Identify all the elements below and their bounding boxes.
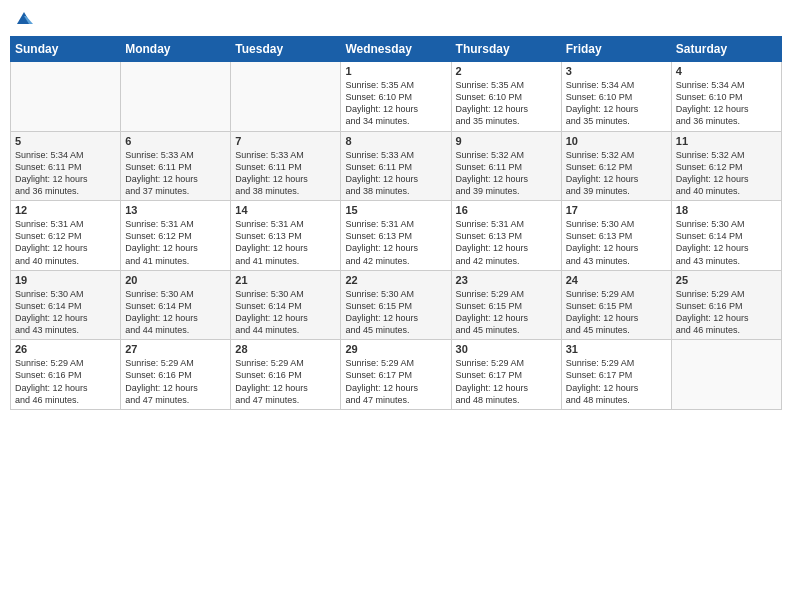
day-number: 17 (566, 204, 667, 216)
day-number: 31 (566, 343, 667, 355)
column-header-sunday: Sunday (11, 37, 121, 62)
calendar-header-row: SundayMondayTuesdayWednesdayThursdayFrid… (11, 37, 782, 62)
day-info: Sunrise: 5:30 AMSunset: 6:15 PMDaylight:… (345, 288, 446, 337)
calendar-cell: 25Sunrise: 5:29 AMSunset: 6:16 PMDayligh… (671, 270, 781, 340)
day-info: Sunrise: 5:33 AMSunset: 6:11 PMDaylight:… (235, 149, 336, 198)
day-info: Sunrise: 5:29 AMSunset: 6:17 PMDaylight:… (456, 357, 557, 406)
calendar-cell: 2Sunrise: 5:35 AMSunset: 6:10 PMDaylight… (451, 62, 561, 132)
day-number: 16 (456, 204, 557, 216)
day-number: 2 (456, 65, 557, 77)
day-info: Sunrise: 5:29 AMSunset: 6:16 PMDaylight:… (125, 357, 226, 406)
day-number: 19 (15, 274, 116, 286)
day-number: 27 (125, 343, 226, 355)
calendar-cell: 24Sunrise: 5:29 AMSunset: 6:15 PMDayligh… (561, 270, 671, 340)
calendar-cell: 7Sunrise: 5:33 AMSunset: 6:11 PMDaylight… (231, 131, 341, 201)
day-info: Sunrise: 5:35 AMSunset: 6:10 PMDaylight:… (345, 79, 446, 128)
column-header-monday: Monday (121, 37, 231, 62)
day-number: 24 (566, 274, 667, 286)
calendar-cell: 1Sunrise: 5:35 AMSunset: 6:10 PMDaylight… (341, 62, 451, 132)
day-info: Sunrise: 5:32 AMSunset: 6:12 PMDaylight:… (676, 149, 777, 198)
calendar-cell (11, 62, 121, 132)
day-info: Sunrise: 5:30 AMSunset: 6:14 PMDaylight:… (125, 288, 226, 337)
day-number: 8 (345, 135, 446, 147)
day-number: 29 (345, 343, 446, 355)
calendar-cell: 18Sunrise: 5:30 AMSunset: 6:14 PMDayligh… (671, 201, 781, 271)
day-number: 11 (676, 135, 777, 147)
day-number: 3 (566, 65, 667, 77)
day-info: Sunrise: 5:29 AMSunset: 6:15 PMDaylight:… (456, 288, 557, 337)
calendar-cell: 23Sunrise: 5:29 AMSunset: 6:15 PMDayligh… (451, 270, 561, 340)
day-info: Sunrise: 5:31 AMSunset: 6:13 PMDaylight:… (345, 218, 446, 267)
calendar-table: SundayMondayTuesdayWednesdayThursdayFrid… (10, 36, 782, 410)
calendar-cell: 31Sunrise: 5:29 AMSunset: 6:17 PMDayligh… (561, 340, 671, 410)
day-info: Sunrise: 5:35 AMSunset: 6:10 PMDaylight:… (456, 79, 557, 128)
calendar-cell: 29Sunrise: 5:29 AMSunset: 6:17 PMDayligh… (341, 340, 451, 410)
calendar-cell: 13Sunrise: 5:31 AMSunset: 6:12 PMDayligh… (121, 201, 231, 271)
day-info: Sunrise: 5:30 AMSunset: 6:14 PMDaylight:… (235, 288, 336, 337)
day-info: Sunrise: 5:30 AMSunset: 6:13 PMDaylight:… (566, 218, 667, 267)
day-info: Sunrise: 5:29 AMSunset: 6:15 PMDaylight:… (566, 288, 667, 337)
column-header-saturday: Saturday (671, 37, 781, 62)
day-info: Sunrise: 5:33 AMSunset: 6:11 PMDaylight:… (125, 149, 226, 198)
logo (14, 10, 33, 28)
logo-icon (15, 10, 33, 28)
calendar-cell: 28Sunrise: 5:29 AMSunset: 6:16 PMDayligh… (231, 340, 341, 410)
calendar-cell: 26Sunrise: 5:29 AMSunset: 6:16 PMDayligh… (11, 340, 121, 410)
calendar-body: 1Sunrise: 5:35 AMSunset: 6:10 PMDaylight… (11, 62, 782, 410)
calendar-cell: 12Sunrise: 5:31 AMSunset: 6:12 PMDayligh… (11, 201, 121, 271)
day-info: Sunrise: 5:29 AMSunset: 6:16 PMDaylight:… (15, 357, 116, 406)
day-info: Sunrise: 5:29 AMSunset: 6:16 PMDaylight:… (676, 288, 777, 337)
calendar-week-5: 26Sunrise: 5:29 AMSunset: 6:16 PMDayligh… (11, 340, 782, 410)
day-info: Sunrise: 5:31 AMSunset: 6:13 PMDaylight:… (456, 218, 557, 267)
calendar-cell: 19Sunrise: 5:30 AMSunset: 6:14 PMDayligh… (11, 270, 121, 340)
day-number: 22 (345, 274, 446, 286)
day-info: Sunrise: 5:33 AMSunset: 6:11 PMDaylight:… (345, 149, 446, 198)
calendar-cell: 4Sunrise: 5:34 AMSunset: 6:10 PMDaylight… (671, 62, 781, 132)
calendar-cell: 21Sunrise: 5:30 AMSunset: 6:14 PMDayligh… (231, 270, 341, 340)
day-number: 9 (456, 135, 557, 147)
calendar-cell: 20Sunrise: 5:30 AMSunset: 6:14 PMDayligh… (121, 270, 231, 340)
day-number: 14 (235, 204, 336, 216)
day-number: 13 (125, 204, 226, 216)
calendar-cell: 16Sunrise: 5:31 AMSunset: 6:13 PMDayligh… (451, 201, 561, 271)
day-info: Sunrise: 5:31 AMSunset: 6:12 PMDaylight:… (125, 218, 226, 267)
calendar-cell: 10Sunrise: 5:32 AMSunset: 6:12 PMDayligh… (561, 131, 671, 201)
day-number: 21 (235, 274, 336, 286)
day-info: Sunrise: 5:30 AMSunset: 6:14 PMDaylight:… (15, 288, 116, 337)
day-number: 20 (125, 274, 226, 286)
day-number: 4 (676, 65, 777, 77)
calendar-cell: 30Sunrise: 5:29 AMSunset: 6:17 PMDayligh… (451, 340, 561, 410)
day-number: 23 (456, 274, 557, 286)
day-info: Sunrise: 5:29 AMSunset: 6:16 PMDaylight:… (235, 357, 336, 406)
day-info: Sunrise: 5:29 AMSunset: 6:17 PMDaylight:… (345, 357, 446, 406)
day-number: 15 (345, 204, 446, 216)
day-info: Sunrise: 5:32 AMSunset: 6:12 PMDaylight:… (566, 149, 667, 198)
day-info: Sunrise: 5:30 AMSunset: 6:14 PMDaylight:… (676, 218, 777, 267)
day-number: 10 (566, 135, 667, 147)
day-info: Sunrise: 5:29 AMSunset: 6:17 PMDaylight:… (566, 357, 667, 406)
calendar-week-2: 5Sunrise: 5:34 AMSunset: 6:11 PMDaylight… (11, 131, 782, 201)
day-info: Sunrise: 5:31 AMSunset: 6:12 PMDaylight:… (15, 218, 116, 267)
day-number: 30 (456, 343, 557, 355)
calendar-week-3: 12Sunrise: 5:31 AMSunset: 6:12 PMDayligh… (11, 201, 782, 271)
calendar-cell: 15Sunrise: 5:31 AMSunset: 6:13 PMDayligh… (341, 201, 451, 271)
day-number: 12 (15, 204, 116, 216)
calendar-cell: 27Sunrise: 5:29 AMSunset: 6:16 PMDayligh… (121, 340, 231, 410)
column-header-friday: Friday (561, 37, 671, 62)
calendar-cell: 5Sunrise: 5:34 AMSunset: 6:11 PMDaylight… (11, 131, 121, 201)
day-info: Sunrise: 5:31 AMSunset: 6:13 PMDaylight:… (235, 218, 336, 267)
column-header-wednesday: Wednesday (341, 37, 451, 62)
column-header-tuesday: Tuesday (231, 37, 341, 62)
calendar-cell (121, 62, 231, 132)
day-number: 25 (676, 274, 777, 286)
day-number: 6 (125, 135, 226, 147)
day-number: 1 (345, 65, 446, 77)
calendar-cell: 8Sunrise: 5:33 AMSunset: 6:11 PMDaylight… (341, 131, 451, 201)
day-info: Sunrise: 5:34 AMSunset: 6:10 PMDaylight:… (566, 79, 667, 128)
day-number: 18 (676, 204, 777, 216)
calendar-cell: 3Sunrise: 5:34 AMSunset: 6:10 PMDaylight… (561, 62, 671, 132)
day-number: 26 (15, 343, 116, 355)
page-header (10, 10, 782, 28)
calendar-cell (231, 62, 341, 132)
calendar-cell: 17Sunrise: 5:30 AMSunset: 6:13 PMDayligh… (561, 201, 671, 271)
